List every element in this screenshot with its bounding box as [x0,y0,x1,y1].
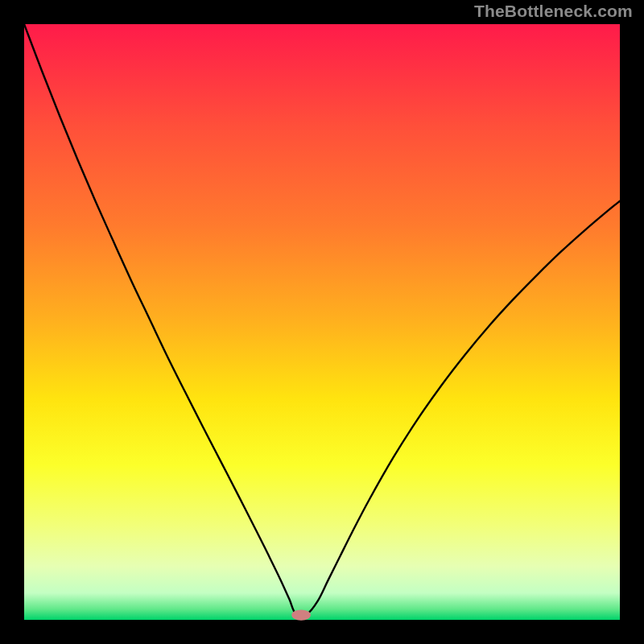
bottleneck-chart [0,0,644,644]
optimum-marker [291,609,311,620]
watermark-text: TheBottleneck.com [474,2,633,21]
plot-background [24,24,620,620]
chart-stage: TheBottleneck.com [0,0,644,644]
